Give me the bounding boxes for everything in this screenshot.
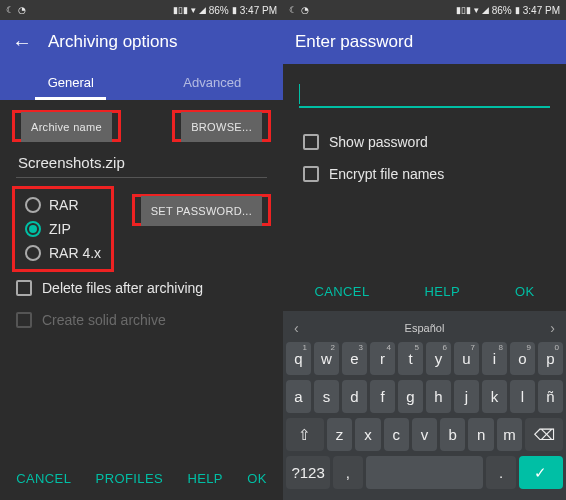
radio-label: RAR xyxy=(49,197,79,213)
key-i[interactable]: i8 xyxy=(482,342,507,375)
help-button[interactable]: HELP xyxy=(187,471,223,486)
checkbox-icon xyxy=(16,312,32,328)
lang-prev-icon[interactable]: ‹ xyxy=(294,320,299,336)
key-s[interactable]: s xyxy=(314,380,339,413)
key-q[interactable]: q1 xyxy=(286,342,311,375)
enter-key[interactable]: ✓ xyxy=(519,456,563,489)
key-superscript: 2 xyxy=(331,343,335,352)
key-m[interactable]: m xyxy=(497,418,522,451)
key-z[interactable]: z xyxy=(327,418,352,451)
status-bar: ☾ ◔ ▮▯▮ ▾ ◢ 86% ▮ 3:47 PM xyxy=(283,0,566,20)
radio-icon xyxy=(25,197,41,213)
checkbox-label: Create solid archive xyxy=(42,312,166,328)
period-key[interactable]: . xyxy=(486,456,515,489)
cancel-button[interactable]: CANCEL xyxy=(314,284,369,299)
keyboard: ‹ Español › q1w2e3r4t5y6u7i8o9p0 asdfghj… xyxy=(283,311,566,500)
tab-advanced[interactable]: Advanced xyxy=(142,64,284,100)
checkbox-icon xyxy=(16,280,32,296)
vibrate-icon: ▮▯▮ xyxy=(173,5,188,15)
key-j[interactable]: j xyxy=(454,380,479,413)
key-y[interactable]: y6 xyxy=(426,342,451,375)
radio-zip[interactable]: ZIP xyxy=(25,221,101,237)
battery-pct: 86% xyxy=(492,5,512,16)
cancel-button[interactable]: CANCEL xyxy=(16,471,71,486)
radio-rar4x[interactable]: RAR 4.x xyxy=(25,245,101,261)
key-c[interactable]: c xyxy=(384,418,409,451)
key-e[interactable]: e3 xyxy=(342,342,367,375)
left-screen: ☾ ◔ ▮▯▮ ▾ ◢ 86% ▮ 3:47 PM ← Archiving op… xyxy=(0,0,283,500)
key-h[interactable]: h xyxy=(426,380,451,413)
password-input[interactable] xyxy=(299,82,550,108)
key-b[interactable]: b xyxy=(440,418,465,451)
help-button[interactable]: HELP xyxy=(424,284,460,299)
back-icon[interactable]: ← xyxy=(12,31,32,54)
tabs: General Advanced xyxy=(0,64,283,100)
clock: 3:47 PM xyxy=(240,5,277,16)
vibrate-icon: ▮▯▮ xyxy=(456,5,471,15)
checkbox-label: Show password xyxy=(329,134,428,150)
key-superscript: 7 xyxy=(471,343,475,352)
app-bar: Enter password xyxy=(283,20,566,64)
key-p[interactable]: p0 xyxy=(538,342,563,375)
key-a[interactable]: a xyxy=(286,380,311,413)
dialog-actions: CANCEL HELP OK xyxy=(283,264,566,311)
radio-icon xyxy=(25,245,41,261)
keyboard-language[interactable]: Español xyxy=(405,322,445,334)
lang-next-icon[interactable]: › xyxy=(550,320,555,336)
key-u[interactable]: u7 xyxy=(454,342,479,375)
battery-icon: ▮ xyxy=(515,5,520,15)
browse-button[interactable]: BROWSE... xyxy=(181,112,262,142)
highlight-browse: BROWSE... xyxy=(172,110,271,142)
keyboard-row-4: ?123 , . ✓ xyxy=(286,456,563,489)
comma-key[interactable]: , xyxy=(333,456,362,489)
archive-name-label: Archive name xyxy=(21,112,112,142)
page-title: Archiving options xyxy=(48,32,177,52)
key-o[interactable]: o9 xyxy=(510,342,535,375)
key-l[interactable]: l xyxy=(510,380,535,413)
key-superscript: 3 xyxy=(359,343,363,352)
text-cursor xyxy=(299,84,300,104)
filename-input[interactable]: Screenshots.zip xyxy=(16,150,267,178)
profiles-button[interactable]: PROFILES xyxy=(96,471,164,486)
key-t[interactable]: t5 xyxy=(398,342,423,375)
key-superscript: 8 xyxy=(499,343,503,352)
bottom-actions: CANCEL PROFILES HELP OK xyxy=(0,457,283,500)
battery-icon: ▮ xyxy=(232,5,237,15)
right-screen: ☾ ◔ ▮▯▮ ▾ ◢ 86% ▮ 3:47 PM Enter password… xyxy=(283,0,566,500)
key-r[interactable]: r4 xyxy=(370,342,395,375)
radio-rar[interactable]: RAR xyxy=(25,197,101,213)
key-g[interactable]: g xyxy=(398,380,423,413)
radio-label: ZIP xyxy=(49,221,71,237)
tab-general[interactable]: General xyxy=(0,64,142,100)
checkbox-label: Delete files after archiving xyxy=(42,280,203,296)
key-k[interactable]: k xyxy=(482,380,507,413)
shift-key[interactable]: ⇧ xyxy=(286,418,324,451)
radio-icon xyxy=(25,221,41,237)
ok-button[interactable]: OK xyxy=(515,284,535,299)
key-w[interactable]: w2 xyxy=(314,342,339,375)
moon-icon: ☾ xyxy=(289,5,297,15)
ok-button[interactable]: OK xyxy=(247,471,267,486)
backspace-key[interactable]: ⌫ xyxy=(525,418,563,451)
keyboard-row-2: asdfghjklñ xyxy=(286,380,563,413)
key-d[interactable]: d xyxy=(342,380,367,413)
app-icon: ◔ xyxy=(301,5,309,15)
space-key[interactable] xyxy=(366,456,484,489)
key-x[interactable]: x xyxy=(355,418,380,451)
key-v[interactable]: v xyxy=(412,418,437,451)
content: Show password Encrypt file names CANCEL … xyxy=(283,64,566,500)
set-password-button[interactable]: SET PASSWORD... xyxy=(141,196,262,226)
key-superscript: 6 xyxy=(443,343,447,352)
key-superscript: 0 xyxy=(555,343,559,352)
checkbox-delete-after[interactable]: Delete files after archiving xyxy=(12,272,271,304)
key-superscript: 4 xyxy=(387,343,391,352)
key-n[interactable]: n xyxy=(468,418,493,451)
key-ñ[interactable]: ñ xyxy=(538,380,563,413)
checkbox-show-password[interactable]: Show password xyxy=(299,126,550,158)
radio-label: RAR 4.x xyxy=(49,245,101,261)
mode-key[interactable]: ?123 xyxy=(286,456,330,489)
key-f[interactable]: f xyxy=(370,380,395,413)
key-superscript: 9 xyxy=(527,343,531,352)
checkbox-encrypt-names[interactable]: Encrypt file names xyxy=(299,158,550,190)
app-icon: ◔ xyxy=(18,5,26,15)
